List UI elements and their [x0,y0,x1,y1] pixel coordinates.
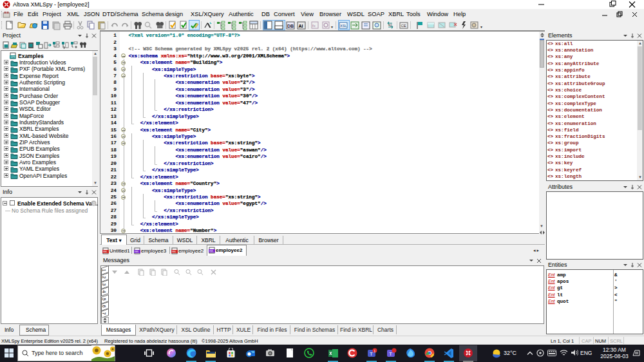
svg-text:XML: XML [135,251,139,253]
svg-text:o: o [93,201,95,205]
svg-text:XPR: XPR [10,55,15,59]
svg-text:XML: XML [103,251,108,253]
svg-text:T: T [370,351,373,357]
svg-text:XSL: XSL [340,24,347,28]
svg-text:DB: DB [287,24,294,28]
svg-text:XML: XML [209,250,214,252]
svg-text:CE: CE [401,24,406,28]
svg-text:fx: fx [312,24,316,28]
svg-text:42: 42 [388,23,392,27]
svg-text:1: 1 [374,349,376,353]
svg-text:T: T [389,351,392,357]
svg-text:XML: XML [172,251,176,253]
svg-text:AI: AI [299,24,303,28]
